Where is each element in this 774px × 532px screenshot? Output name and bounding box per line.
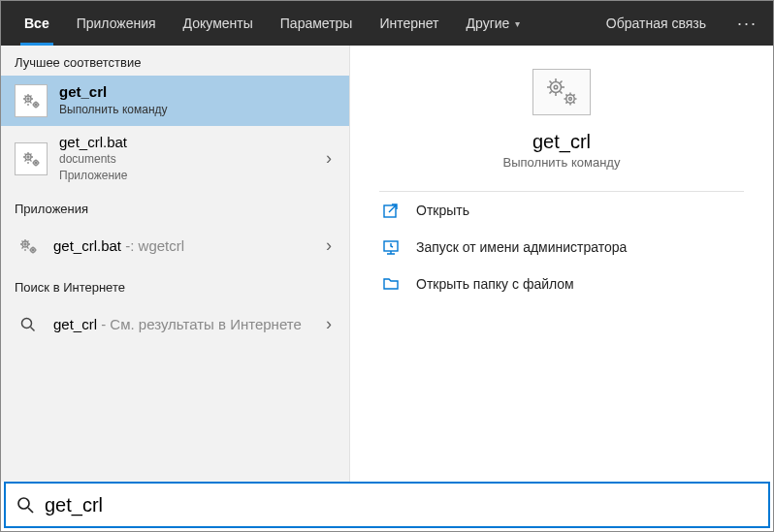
tab-apps[interactable]: Приложения [63, 1, 170, 46]
folder-icon [379, 275, 403, 293]
chevron-right-icon: › [322, 235, 336, 256]
search-icon [15, 308, 42, 341]
chevron-down-icon: ▾ [515, 18, 520, 29]
svg-point-3 [35, 104, 37, 106]
chevron-right-icon: › [322, 314, 336, 334]
result-subtitle: Выполнить команду [59, 102, 336, 118]
preview-subtitle: Выполнить команду [350, 155, 773, 170]
action-open-folder[interactable]: Открыть папку с файлом [350, 266, 773, 302]
gears-icon [532, 69, 591, 115]
result-title: get_crl [59, 83, 336, 102]
section-internet: Поиск в Интернете [1, 270, 349, 300]
svg-point-13 [551, 82, 562, 93]
tab-other[interactable]: Другие ▾ [453, 1, 534, 46]
svg-point-1 [27, 98, 29, 100]
gears-icon [15, 142, 48, 175]
top-tabs-bar: Все Приложения Документы Параметры Интер… [1, 1, 773, 46]
svg-point-19 [18, 498, 29, 509]
tab-parameters[interactable]: Параметры [267, 1, 367, 46]
chevron-right-icon: › [322, 148, 336, 169]
tab-internet[interactable]: Интернет [366, 1, 452, 46]
svg-point-6 [34, 160, 39, 165]
svg-point-12 [22, 318, 32, 328]
result-title: get_crl.bat [59, 134, 322, 152]
search-input[interactable] [45, 494, 758, 516]
result-internet-search[interactable]: get_crl - См. результаты в Интернете › [1, 300, 349, 349]
feedback-link[interactable]: Обратная связь [591, 1, 722, 46]
svg-point-15 [566, 95, 574, 103]
section-apps: Приложения [1, 192, 349, 222]
result-title: get_crl - См. результаты в Интернете [53, 316, 322, 334]
shield-icon [379, 238, 403, 256]
section-best-match: Лучшее соответствие [1, 46, 349, 76]
results-list: Лучшее соответствие get_crl Выполнить ко… [1, 46, 350, 482]
svg-point-11 [32, 249, 34, 251]
result-subtitle: Приложение [59, 168, 322, 184]
result-getcrl-command[interactable]: get_crl Выполнить команду [1, 76, 349, 126]
tab-documents[interactable]: Документы [170, 1, 267, 46]
gears-icon [15, 230, 42, 263]
svg-point-7 [35, 162, 37, 164]
search-icon [16, 495, 35, 515]
more-menu-button[interactable]: ··· [722, 1, 773, 46]
result-getcrl-app[interactable]: get_crl.bat -: wgetcrl › [1, 222, 349, 270]
result-getcrl-bat[interactable]: get_crl.bat documents Приложение › [1, 126, 349, 192]
gears-icon [15, 84, 48, 117]
svg-point-10 [31, 248, 36, 253]
preview-title: get_crl [350, 131, 773, 153]
action-label: Запуск от имени администратора [416, 239, 627, 255]
svg-point-14 [554, 85, 558, 89]
svg-point-2 [34, 102, 39, 107]
result-title: get_crl.bat -: wgetcrl [53, 237, 322, 256]
svg-point-5 [27, 156, 29, 158]
svg-point-9 [24, 243, 26, 245]
search-bar[interactable] [4, 482, 770, 528]
svg-point-16 [569, 98, 572, 101]
action-run-admin[interactable]: Запуск от имени администратора [350, 229, 773, 266]
open-icon [379, 202, 403, 219]
preview-panel: get_crl Выполнить команду Открыть Запуск… [350, 46, 773, 482]
action-label: Открыть [416, 203, 469, 218]
result-subtitle: documents [59, 151, 322, 168]
action-open[interactable]: Открыть [350, 192, 773, 229]
action-label: Открыть папку с файлом [416, 276, 574, 292]
svg-point-0 [25, 96, 31, 102]
tab-all[interactable]: Все [11, 1, 63, 46]
